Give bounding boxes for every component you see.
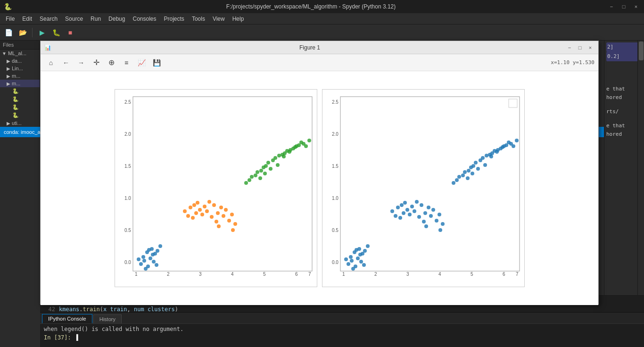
right-text-line-2: 0.2] bbox=[606, 52, 642, 61]
svg-point-24 bbox=[158, 244, 162, 248]
svg-text:1.5: 1.5 bbox=[124, 164, 131, 169]
sidebar-item-da[interactable]: ▶ da... bbox=[0, 57, 40, 65]
sidebar-item-uti[interactable]: ▶ uti... bbox=[0, 119, 40, 127]
figure-home-button[interactable]: ⌂ bbox=[44, 56, 58, 69]
stop-button[interactable]: ■ bbox=[64, 26, 77, 39]
svg-point-113 bbox=[362, 263, 366, 267]
right-text-line-6 bbox=[606, 102, 642, 107]
svg-point-112 bbox=[344, 257, 348, 261]
svg-point-168 bbox=[512, 144, 515, 148]
sidebar-item-ml[interactable]: ▼ ML_al... bbox=[0, 50, 40, 57]
svg-text:1.0: 1.0 bbox=[124, 196, 131, 201]
right-text-line-4: e that bbox=[606, 85, 642, 93]
figure-close-button[interactable]: × bbox=[586, 43, 594, 52]
svg-point-120 bbox=[405, 208, 409, 212]
menu-run[interactable]: Run bbox=[87, 13, 105, 25]
svg-point-146 bbox=[474, 161, 478, 165]
expand-icon: ▼ bbox=[2, 51, 7, 56]
svg-text:2.0: 2.0 bbox=[332, 132, 339, 137]
file-icon-4[interactable]: 🐍 bbox=[10, 111, 40, 119]
svg-point-80 bbox=[293, 145, 297, 149]
menu-search[interactable]: Search bbox=[36, 13, 61, 25]
right-scatter-plot: 2.5 2.0 1.5 1.0 0.5 0.0 1 2 3 4 5 6 7 bbox=[322, 89, 525, 287]
code-content-42: kmeans.train(x_train, num_clusters) bbox=[59, 305, 178, 312]
right-text-line-1: 2] bbox=[606, 42, 642, 52]
file-icon-1[interactable]: 🐍 bbox=[10, 87, 40, 95]
folder-label: uti... bbox=[12, 120, 22, 126]
svg-point-40 bbox=[207, 200, 211, 204]
svg-text:0.0: 0.0 bbox=[124, 260, 131, 265]
svg-point-70 bbox=[283, 151, 287, 155]
svg-point-36 bbox=[191, 216, 195, 220]
close-button[interactable]: × bbox=[632, 2, 640, 11]
menu-debug[interactable]: Debug bbox=[105, 13, 129, 25]
figure-save-button[interactable]: 💾 bbox=[150, 56, 163, 69]
figure-adjust-button[interactable]: ≡ bbox=[120, 56, 133, 69]
file-icon-2[interactable]: 🐍 bbox=[10, 95, 40, 103]
svg-point-119 bbox=[400, 203, 404, 207]
svg-point-135 bbox=[435, 219, 438, 223]
scrollbar-thumb[interactable] bbox=[639, 41, 644, 60]
menu-file[interactable]: File bbox=[2, 13, 18, 25]
file-icon-3[interactable]: 🐍 bbox=[10, 103, 40, 111]
right-text-line-10: hored bbox=[606, 130, 642, 139]
svg-point-51 bbox=[230, 213, 234, 216]
svg-text:7: 7 bbox=[516, 272, 519, 277]
right-text-line-7: rts/ bbox=[606, 107, 642, 116]
sidebar-item-m2[interactable]: ▶ m... bbox=[0, 80, 40, 87]
svg-point-155 bbox=[490, 151, 494, 155]
tab-history[interactable]: History bbox=[93, 314, 122, 323]
svg-point-21 bbox=[142, 259, 146, 263]
menu-tools[interactable]: Tools bbox=[188, 13, 209, 25]
svg-point-74 bbox=[258, 176, 262, 180]
maximize-button[interactable]: □ bbox=[619, 2, 628, 11]
menu-consoles[interactable]: Consoles bbox=[129, 13, 160, 25]
figure-minimize-button[interactable]: − bbox=[565, 43, 574, 52]
svg-point-76 bbox=[269, 167, 272, 171]
debug-button[interactable]: 🐛 bbox=[50, 26, 63, 39]
line-number-42: 42 bbox=[44, 305, 55, 312]
tab-ipython-console[interactable]: IPython Console bbox=[42, 314, 92, 323]
svg-point-149 bbox=[471, 164, 475, 168]
collapse-icon: ▶ bbox=[7, 81, 10, 86]
minimize-button[interactable]: − bbox=[607, 2, 616, 11]
menu-edit[interactable]: Edit bbox=[18, 13, 36, 25]
collapse-icon: ▶ bbox=[7, 121, 10, 126]
main-scrollbar[interactable] bbox=[637, 41, 644, 295]
svg-point-48 bbox=[224, 208, 228, 212]
svg-point-46 bbox=[215, 220, 218, 223]
menu-view[interactable]: View bbox=[209, 13, 229, 25]
svg-point-124 bbox=[410, 205, 414, 208]
svg-point-160 bbox=[471, 172, 474, 175]
new-file-button[interactable]: 📄 bbox=[2, 26, 15, 39]
svg-point-43 bbox=[210, 215, 214, 219]
figure-pan-button[interactable]: ✛ bbox=[90, 56, 103, 69]
figure-maximize-button[interactable]: □ bbox=[576, 43, 584, 52]
figure-zoom-button[interactable]: ⊕ bbox=[105, 56, 118, 69]
svg-point-30 bbox=[183, 209, 187, 213]
svg-point-39 bbox=[203, 205, 206, 208]
svg-point-129 bbox=[423, 211, 427, 215]
sidebar-item-lin[interactable]: ▶ Lin... bbox=[0, 65, 40, 72]
figure-forward-button[interactable]: → bbox=[74, 56, 88, 69]
svg-point-132 bbox=[429, 214, 433, 218]
menu-help[interactable]: Help bbox=[229, 13, 248, 25]
svg-point-137 bbox=[441, 222, 445, 226]
svg-point-118 bbox=[394, 214, 397, 218]
open-file-button[interactable]: 📂 bbox=[16, 26, 29, 39]
svg-text:2: 2 bbox=[167, 272, 170, 277]
svg-point-161 bbox=[476, 167, 480, 171]
menu-projects[interactable]: Projects bbox=[160, 13, 188, 25]
svg-text:1.0: 1.0 bbox=[332, 196, 339, 201]
svg-point-107 bbox=[357, 247, 361, 251]
right-text-line-8 bbox=[606, 116, 642, 122]
menu-source[interactable]: Source bbox=[61, 13, 87, 25]
svg-text:1: 1 bbox=[342, 272, 345, 277]
figure-back-button[interactable]: ← bbox=[59, 56, 73, 69]
sidebar-item-m1[interactable]: ▶ m... bbox=[0, 72, 40, 80]
run-button[interactable]: ▶ bbox=[35, 26, 49, 39]
svg-point-102 bbox=[353, 250, 356, 254]
figure-subplot-button[interactable]: 📈 bbox=[135, 56, 148, 69]
svg-point-42 bbox=[212, 203, 216, 207]
svg-point-53 bbox=[231, 228, 235, 232]
